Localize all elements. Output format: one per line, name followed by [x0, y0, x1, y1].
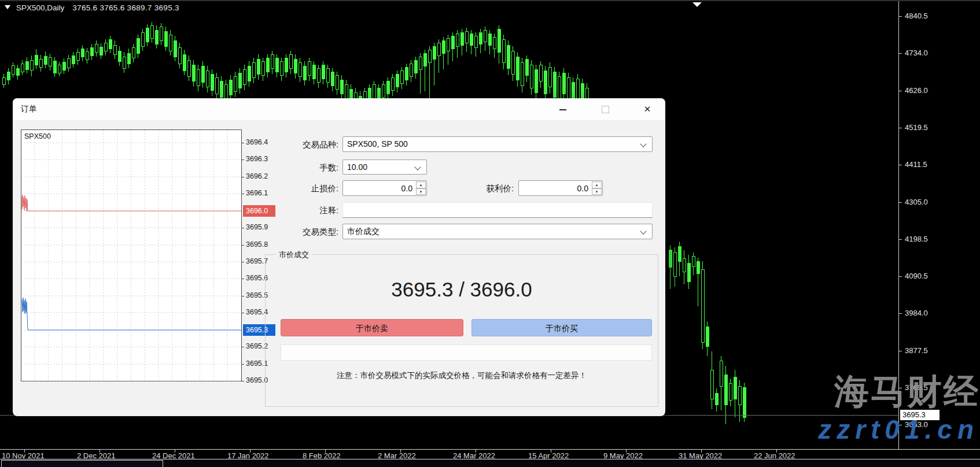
ordertype-select[interactable]: 市价成交	[342, 224, 653, 239]
stoploss-input[interactable]	[343, 181, 426, 195]
ohlc-values: 3765.6 3765.6 3689.7 3695.3	[72, 3, 179, 12]
volume-field-label: 手数:	[246, 162, 338, 173]
tick-scale-mark	[242, 364, 244, 365]
chevron-down-icon	[640, 140, 646, 147]
volume-select-value: 10.00	[347, 162, 367, 172]
order-dialog: 订单 ✕ SPX500 3696.43696.33696.23696.13696…	[13, 98, 665, 416]
price-axis-tick	[899, 202, 902, 203]
sell-by-market-button[interactable]: 于市价卖	[281, 319, 463, 336]
tick-scale-mark	[242, 262, 244, 262]
takeprofit-field-label: 获利价:	[421, 183, 514, 194]
tick-scale-mark	[242, 347, 244, 347]
price-axis-tick	[899, 128, 902, 128]
watermark-url: zzrt01.cn	[818, 414, 979, 445]
tick-chart	[21, 129, 242, 381]
ordertype-field-label: 交易类型:	[246, 227, 338, 238]
price-axis-label: 4626.0	[905, 86, 928, 95]
market-note: 注意：市价交易模式下的实际成交价格，可能会和请求价格有一定差异！	[266, 370, 658, 381]
price-axis-label: 4090.5	[905, 272, 928, 280]
price-axis-tick	[899, 16, 902, 17]
tick-scale-mark	[242, 381, 244, 381]
close-icon: ✕	[644, 104, 651, 114]
tick-scale-mark	[242, 194, 244, 194]
maximize-icon	[602, 106, 609, 113]
tick-scale-label: 3695.8	[246, 240, 268, 249]
tick-chart-symbol: SPX500	[24, 132, 51, 140]
market-panel-title: 市价成交	[276, 250, 312, 260]
stoploss-spinner: ▲ ▼	[342, 180, 427, 196]
tick-scale-mark	[242, 245, 244, 246]
symbol-dropdown-icon	[5, 5, 10, 9]
chart-symbol-line: SPX500,Daily3765.6 3765.6 3689.7 3695.3	[5, 3, 179, 12]
price-axis-label: 3984.0	[905, 309, 928, 317]
status-strip	[0, 459, 980, 467]
price-axis-label: 4411.5	[905, 160, 927, 169]
symbol-select-value: SPX500, SP 500	[347, 139, 408, 149]
tick-scale-mark	[242, 228, 244, 228]
time-axis[interactable]: 10 Nov 20212 Dec 202124 Dec 202117 Jan 2…	[0, 449, 980, 459]
window-top-edge	[0, 0, 980, 1]
volume-select[interactable]: 10.00	[342, 160, 427, 175]
current-price-tag: 3695.3	[900, 410, 940, 420]
maximize-button[interactable]	[592, 101, 618, 118]
price-axis-label: 4519.5	[905, 123, 928, 132]
price-axis-tick	[899, 53, 902, 54]
tick-scale-mark	[242, 296, 244, 296]
tick-scale-mark	[242, 313, 244, 313]
price-axis-tick	[899, 351, 902, 351]
tick-scale-mark	[242, 143, 244, 143]
tick-scale-mark	[242, 279, 244, 279]
symbol-field-label: 交易品种:	[246, 139, 338, 150]
price-axis-label: 4198.5	[905, 235, 928, 243]
minimize-icon	[559, 109, 566, 110]
tick-scale-mark	[242, 160, 244, 160]
price-axis-label: 3877.5	[905, 346, 928, 355]
dialog-titlebar[interactable]: 订单 ✕	[13, 98, 665, 120]
ordertype-select-value: 市价成交	[347, 227, 380, 236]
dialog-title: 订单	[21, 104, 37, 114]
status-strip-box	[1, 460, 163, 467]
scroll-to-end-icon[interactable]	[692, 2, 702, 7]
bid-ask-price: 3695.3 / 3696.0	[266, 278, 658, 301]
stoploss-field-label: 止损价:	[246, 183, 338, 194]
takeprofit-spinner: ▲ ▼	[518, 180, 603, 196]
symbol-select[interactable]: SPX500, SP 500	[342, 136, 653, 152]
price-axis-label: 4734.0	[905, 49, 928, 57]
close-button[interactable]: ✕	[634, 101, 661, 118]
takeprofit-input[interactable]	[519, 181, 602, 195]
comment-input[interactable]	[342, 202, 653, 218]
buy-by-market-button[interactable]: 于市价买	[471, 319, 652, 336]
spin-up-button[interactable]: ▲	[592, 181, 602, 188]
price-axis-tick	[899, 239, 902, 240]
price-axis-tick	[899, 91, 902, 91]
price-axis-label: 4305.0	[905, 198, 928, 206]
tick-scale-label: 3696.3	[246, 155, 268, 163]
price-axis-label: 4840.5	[905, 12, 928, 20]
watermark-brand: 海马财经	[834, 369, 980, 416]
spin-down-button[interactable]: ▼	[592, 188, 602, 195]
market-execution-panel: 市价成交 3695.3 / 3696.0 于市价卖 于市价买 注意：市价交易模式…	[265, 254, 658, 407]
chevron-down-icon	[414, 164, 421, 170]
minimize-button[interactable]	[550, 101, 576, 118]
symbol-period-label: SPX500,Daily	[16, 3, 64, 12]
price-axis-tick	[899, 165, 902, 165]
price-axis-tick	[899, 276, 902, 277]
comment-field-label: 注释:	[246, 205, 338, 216]
tick-scale-label: 3696.2	[246, 172, 268, 180]
chevron-down-icon	[640, 228, 646, 234]
price-axis-tick	[899, 313, 902, 314]
trading-terminal: SPX500,Daily3765.6 3765.6 3689.7 3695.3 …	[0, 0, 980, 467]
tick-scale-mark	[242, 177, 244, 177]
trade-result-area	[281, 344, 652, 361]
